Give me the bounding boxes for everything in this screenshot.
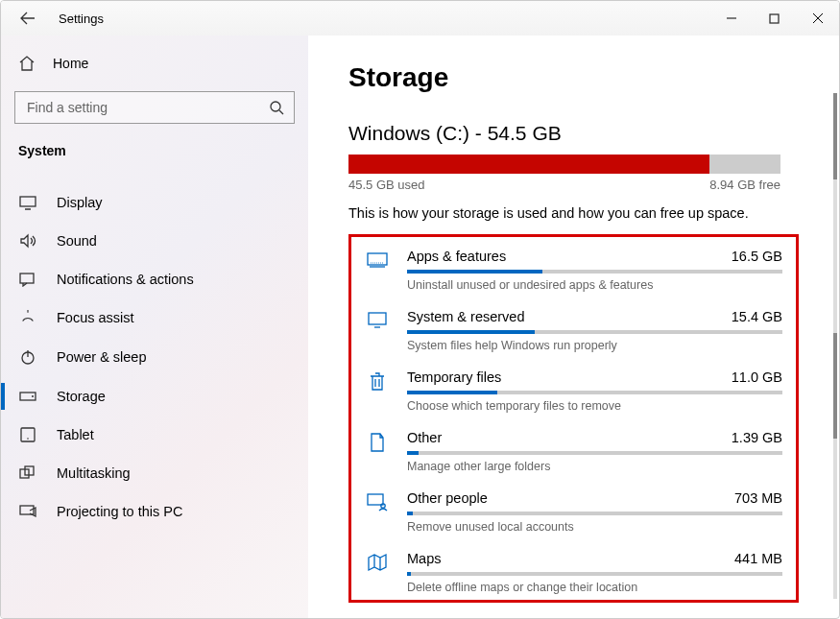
cat-name: Apps & features [407, 249, 506, 264]
nav-item-power-sleep[interactable]: Power & sleep [1, 337, 308, 377]
cat-name: Other [407, 430, 442, 445]
other-people-icon [365, 490, 390, 534]
cat-size: 16.5 GB [732, 249, 782, 264]
cat-size: 15.4 GB [732, 309, 782, 324]
svg-rect-13 [369, 313, 386, 324]
storage-icon [18, 390, 37, 403]
titlebar: Settings [1, 1, 839, 36]
drive-title: Windows (C:) - 54.5 GB [348, 122, 799, 145]
nav-label: Multitasking [57, 465, 131, 481]
search-icon [269, 100, 284, 115]
nav-label: Storage [57, 389, 106, 404]
apps-icon [365, 249, 390, 292]
cat-size: 441 MB [734, 551, 782, 566]
drive-stats: 45.5 GB used 8.94 GB free [348, 178, 780, 192]
storage-categories: Apps & features16.5 GB Uninstall unused … [348, 234, 799, 603]
scrollbar[interactable] [833, 93, 837, 599]
storage-item-system[interactable]: System & reserved15.4 GB System files he… [351, 298, 796, 358]
drive-usage-bar [348, 155, 780, 174]
search-input[interactable] [25, 99, 269, 116]
used-label: 45.5 GB used [348, 178, 425, 192]
notifications-icon [18, 272, 37, 287]
free-label: 8.94 GB free [709, 178, 780, 192]
main-content: Storage Windows (C:) - 54.5 GB 45.5 GB u… [308, 36, 839, 618]
nav-label: Tablet [57, 427, 94, 442]
storage-explain: This is how your storage is used and how… [348, 205, 799, 221]
storage-item-maps[interactable]: Maps441 MB Delete offline maps or change… [351, 539, 796, 600]
nav-item-tablet[interactable]: Tablet [1, 416, 308, 454]
svg-rect-2 [20, 197, 36, 206]
cat-size: 1.39 GB [732, 430, 782, 445]
home-icon [18, 55, 36, 72]
projecting-icon [18, 504, 37, 519]
cat-size: 703 MB [734, 490, 782, 506]
svg-rect-7 [21, 428, 35, 441]
cat-desc: Remove unused local accounts [407, 520, 782, 534]
nav-item-storage[interactable]: Storage [1, 377, 308, 416]
svg-rect-14 [368, 494, 383, 505]
nav-item-sound[interactable]: Sound [1, 222, 308, 260]
cat-desc: Delete offline maps or change their loca… [407, 581, 782, 594]
home-label: Home [53, 56, 88, 71]
nav-item-multitasking[interactable]: Multitasking [1, 454, 308, 492]
cat-size: 11.0 GB [732, 369, 782, 385]
nav-label: Projecting to this PC [57, 504, 182, 519]
nav-list: Display Sound Notifications & actions Fo… [1, 168, 308, 531]
nav-item-notifications[interactable]: Notifications & actions [1, 260, 308, 298]
svg-point-6 [32, 395, 34, 397]
close-button[interactable] [796, 1, 839, 36]
search-box[interactable] [14, 91, 295, 124]
storage-item-temp[interactable]: Temporary files11.0 GB Choose which temp… [351, 358, 796, 418]
cat-desc: Choose which temporary files to remove [407, 399, 782, 413]
window-title: Settings [59, 12, 104, 26]
other-icon [365, 430, 390, 473]
trash-icon [365, 369, 390, 413]
svg-rect-3 [20, 274, 34, 283]
svg-rect-0 [770, 14, 779, 23]
home-link[interactable]: Home [1, 45, 308, 82]
window-controls [709, 1, 839, 36]
nav-label: Sound [57, 233, 97, 249]
nav-label: Focus assist [57, 310, 134, 325]
svg-point-8 [27, 438, 29, 440]
cat-name: Maps [407, 551, 441, 566]
svg-point-1 [271, 102, 280, 111]
minimize-button[interactable] [709, 1, 753, 36]
storage-item-other-people[interactable]: Other people703 MB Remove unused local a… [351, 479, 796, 539]
nav-item-display[interactable]: Display [1, 183, 308, 222]
cat-desc: Uninstall unused or undesired apps & fea… [407, 278, 782, 292]
focus-assist-icon [18, 310, 37, 325]
sound-icon [18, 233, 37, 249]
page-title: Storage [348, 62, 799, 93]
maps-icon [365, 551, 390, 594]
nav-item-projecting[interactable]: Projecting to this PC [1, 492, 308, 531]
multitasking-icon [18, 465, 37, 481]
power-icon [18, 348, 37, 366]
nav-label: Display [57, 195, 103, 210]
cat-desc: Manage other large folders [407, 460, 782, 473]
tablet-icon [18, 427, 37, 442]
sidebar: Home System Display Sound [1, 36, 308, 618]
cat-name: Temporary files [407, 369, 501, 385]
cat-name: System & reserved [407, 309, 525, 324]
settings-window: Settings Home [0, 0, 840, 619]
cat-desc: System files help Windows run properly [407, 339, 782, 352]
cat-name: Other people [407, 490, 488, 506]
storage-item-apps[interactable]: Apps & features16.5 GB Uninstall unused … [351, 237, 796, 298]
system-icon [365, 309, 390, 352]
nav-item-focus-assist[interactable]: Focus assist [1, 298, 308, 337]
storage-item-other[interactable]: Other1.39 GB Manage other large folders [351, 418, 796, 479]
nav-label: Power & sleep [57, 349, 147, 365]
category-header: System [1, 137, 308, 168]
maximize-button[interactable] [753, 1, 796, 36]
back-button[interactable] [12, 3, 43, 34]
display-icon [18, 195, 37, 210]
nav-label: Notifications & actions [57, 272, 194, 287]
